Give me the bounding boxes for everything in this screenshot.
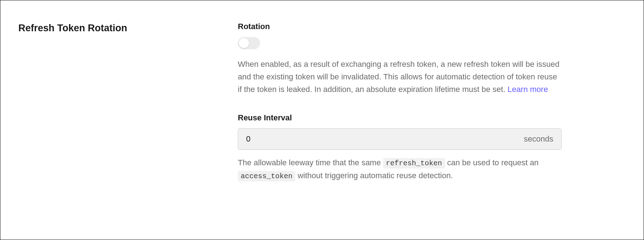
access-token-code: access_token (238, 171, 295, 181)
section-header-column: Refresh Token Rotation (18, 22, 223, 225)
reuse-interval-unit: seconds (524, 134, 553, 144)
reuse-desc-post: without triggering automatic reuse detec… (295, 171, 453, 180)
settings-fields-column: Rotation When enabled, as a result of ex… (238, 22, 562, 225)
refresh-token-code: refresh_token (383, 158, 445, 169)
reuse-interval-field-group: Reuse Interval seconds The allowable lee… (238, 113, 562, 182)
rotation-toggle[interactable] (238, 37, 260, 49)
rotation-field-group: Rotation When enabled, as a result of ex… (238, 22, 562, 96)
rotation-label: Rotation (238, 22, 562, 31)
reuse-interval-input-group[interactable]: seconds (238, 128, 562, 150)
toggle-handle-icon (239, 38, 249, 48)
rotation-description: When enabled, as a result of exchanging … (238, 58, 562, 96)
reuse-desc-mid: can be used to request an (445, 158, 539, 167)
reuse-interval-label: Reuse Interval (238, 113, 562, 123)
learn-more-link[interactable]: Learn more (508, 85, 548, 94)
reuse-interval-description: The allowable leeway time that the same … (238, 156, 562, 182)
reuse-interval-input[interactable] (246, 134, 524, 144)
section-title: Refresh Token Rotation (18, 22, 223, 34)
reuse-desc-pre: The allowable leeway time that the same (238, 158, 383, 167)
settings-panel: Refresh Token Rotation Rotation When ena… (0, 0, 644, 240)
